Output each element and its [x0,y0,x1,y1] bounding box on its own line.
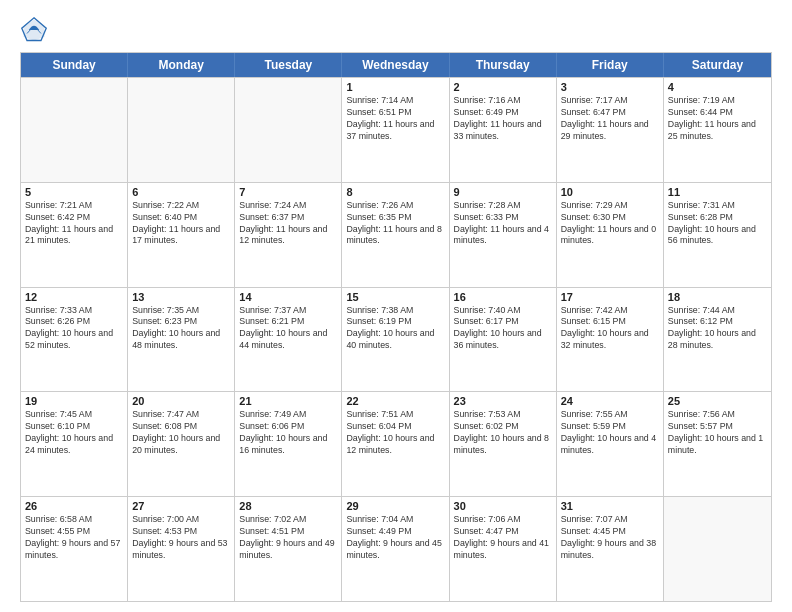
cell-info: Sunrise: 7:51 AMSunset: 6:04 PMDaylight:… [346,409,444,457]
day-number: 6 [132,186,230,198]
day-number: 5 [25,186,123,198]
calendar-cell-1-5: 10Sunrise: 7:29 AMSunset: 6:30 PMDayligh… [557,183,664,287]
day-number: 15 [346,291,444,303]
calendar-cell-2-5: 17Sunrise: 7:42 AMSunset: 6:15 PMDayligh… [557,288,664,392]
cell-info: Sunrise: 7:42 AMSunset: 6:15 PMDaylight:… [561,305,659,353]
calendar-cell-3-2: 21Sunrise: 7:49 AMSunset: 6:06 PMDayligh… [235,392,342,496]
calendar-header: SundayMondayTuesdayWednesdayThursdayFrid… [21,53,771,77]
calendar-body: 1Sunrise: 7:14 AMSunset: 6:51 PMDaylight… [21,77,771,601]
weekday-header-tuesday: Tuesday [235,53,342,77]
cell-info: Sunrise: 7:31 AMSunset: 6:28 PMDaylight:… [668,200,767,248]
calendar-cell-4-3: 29Sunrise: 7:04 AMSunset: 4:49 PMDayligh… [342,497,449,601]
cell-info: Sunrise: 7:16 AMSunset: 6:49 PMDaylight:… [454,95,552,143]
cell-info: Sunrise: 7:53 AMSunset: 6:02 PMDaylight:… [454,409,552,457]
calendar-cell-0-4: 2Sunrise: 7:16 AMSunset: 6:49 PMDaylight… [450,78,557,182]
cell-info: Sunrise: 7:29 AMSunset: 6:30 PMDaylight:… [561,200,659,248]
day-number: 11 [668,186,767,198]
weekday-header-monday: Monday [128,53,235,77]
calendar-cell-3-1: 20Sunrise: 7:47 AMSunset: 6:08 PMDayligh… [128,392,235,496]
cell-info: Sunrise: 7:17 AMSunset: 6:47 PMDaylight:… [561,95,659,143]
calendar-cell-0-5: 3Sunrise: 7:17 AMSunset: 6:47 PMDaylight… [557,78,664,182]
cell-info: Sunrise: 7:55 AMSunset: 5:59 PMDaylight:… [561,409,659,457]
cell-info: Sunrise: 7:00 AMSunset: 4:53 PMDaylight:… [132,514,230,562]
cell-info: Sunrise: 7:14 AMSunset: 6:51 PMDaylight:… [346,95,444,143]
day-number: 25 [668,395,767,407]
cell-info: Sunrise: 7:02 AMSunset: 4:51 PMDaylight:… [239,514,337,562]
weekday-header-thursday: Thursday [450,53,557,77]
day-number: 18 [668,291,767,303]
calendar-cell-0-3: 1Sunrise: 7:14 AMSunset: 6:51 PMDaylight… [342,78,449,182]
cell-info: Sunrise: 7:24 AMSunset: 6:37 PMDaylight:… [239,200,337,248]
calendar-cell-3-5: 24Sunrise: 7:55 AMSunset: 5:59 PMDayligh… [557,392,664,496]
calendar-cell-2-3: 15Sunrise: 7:38 AMSunset: 6:19 PMDayligh… [342,288,449,392]
calendar-cell-4-6 [664,497,771,601]
cell-info: Sunrise: 7:26 AMSunset: 6:35 PMDaylight:… [346,200,444,248]
cell-info: Sunrise: 7:07 AMSunset: 4:45 PMDaylight:… [561,514,659,562]
calendar-cell-0-1 [128,78,235,182]
day-number: 27 [132,500,230,512]
calendar-cell-2-4: 16Sunrise: 7:40 AMSunset: 6:17 PMDayligh… [450,288,557,392]
cell-info: Sunrise: 7:06 AMSunset: 4:47 PMDaylight:… [454,514,552,562]
day-number: 7 [239,186,337,198]
day-number: 19 [25,395,123,407]
calendar-cell-4-2: 28Sunrise: 7:02 AMSunset: 4:51 PMDayligh… [235,497,342,601]
cell-info: Sunrise: 7:44 AMSunset: 6:12 PMDaylight:… [668,305,767,353]
cell-info: Sunrise: 7:04 AMSunset: 4:49 PMDaylight:… [346,514,444,562]
day-number: 8 [346,186,444,198]
day-number: 12 [25,291,123,303]
day-number: 9 [454,186,552,198]
cell-info: Sunrise: 7:19 AMSunset: 6:44 PMDaylight:… [668,95,767,143]
calendar-cell-3-3: 22Sunrise: 7:51 AMSunset: 6:04 PMDayligh… [342,392,449,496]
calendar-row-3: 19Sunrise: 7:45 AMSunset: 6:10 PMDayligh… [21,391,771,496]
day-number: 24 [561,395,659,407]
calendar-cell-1-6: 11Sunrise: 7:31 AMSunset: 6:28 PMDayligh… [664,183,771,287]
cell-info: Sunrise: 7:37 AMSunset: 6:21 PMDaylight:… [239,305,337,353]
cell-info: Sunrise: 7:21 AMSunset: 6:42 PMDaylight:… [25,200,123,248]
page: SundayMondayTuesdayWednesdayThursdayFrid… [0,0,792,612]
day-number: 30 [454,500,552,512]
day-number: 28 [239,500,337,512]
day-number: 16 [454,291,552,303]
calendar-cell-3-6: 25Sunrise: 7:56 AMSunset: 5:57 PMDayligh… [664,392,771,496]
calendar-cell-1-4: 9Sunrise: 7:28 AMSunset: 6:33 PMDaylight… [450,183,557,287]
calendar-cell-4-0: 26Sunrise: 6:58 AMSunset: 4:55 PMDayligh… [21,497,128,601]
calendar-cell-2-0: 12Sunrise: 7:33 AMSunset: 6:26 PMDayligh… [21,288,128,392]
calendar-cell-0-6: 4Sunrise: 7:19 AMSunset: 6:44 PMDaylight… [664,78,771,182]
day-number: 2 [454,81,552,93]
day-number: 3 [561,81,659,93]
weekday-header-saturday: Saturday [664,53,771,77]
calendar-cell-3-4: 23Sunrise: 7:53 AMSunset: 6:02 PMDayligh… [450,392,557,496]
cell-info: Sunrise: 7:35 AMSunset: 6:23 PMDaylight:… [132,305,230,353]
header [20,16,772,44]
day-number: 14 [239,291,337,303]
calendar-cell-2-1: 13Sunrise: 7:35 AMSunset: 6:23 PMDayligh… [128,288,235,392]
weekday-header-friday: Friday [557,53,664,77]
cell-info: Sunrise: 7:49 AMSunset: 6:06 PMDaylight:… [239,409,337,457]
calendar-cell-0-0 [21,78,128,182]
cell-info: Sunrise: 6:58 AMSunset: 4:55 PMDaylight:… [25,514,123,562]
day-number: 20 [132,395,230,407]
day-number: 10 [561,186,659,198]
day-number: 22 [346,395,444,407]
cell-info: Sunrise: 7:33 AMSunset: 6:26 PMDaylight:… [25,305,123,353]
cell-info: Sunrise: 7:56 AMSunset: 5:57 PMDaylight:… [668,409,767,457]
calendar-cell-4-1: 27Sunrise: 7:00 AMSunset: 4:53 PMDayligh… [128,497,235,601]
calendar-cell-2-2: 14Sunrise: 7:37 AMSunset: 6:21 PMDayligh… [235,288,342,392]
calendar-cell-3-0: 19Sunrise: 7:45 AMSunset: 6:10 PMDayligh… [21,392,128,496]
calendar-row-4: 26Sunrise: 6:58 AMSunset: 4:55 PMDayligh… [21,496,771,601]
cell-info: Sunrise: 7:40 AMSunset: 6:17 PMDaylight:… [454,305,552,353]
cell-info: Sunrise: 7:47 AMSunset: 6:08 PMDaylight:… [132,409,230,457]
weekday-header-wednesday: Wednesday [342,53,449,77]
calendar-cell-1-1: 6Sunrise: 7:22 AMSunset: 6:40 PMDaylight… [128,183,235,287]
calendar-cell-2-6: 18Sunrise: 7:44 AMSunset: 6:12 PMDayligh… [664,288,771,392]
calendar-row-1: 5Sunrise: 7:21 AMSunset: 6:42 PMDaylight… [21,182,771,287]
day-number: 23 [454,395,552,407]
calendar-row-0: 1Sunrise: 7:14 AMSunset: 6:51 PMDaylight… [21,77,771,182]
logo-icon [20,16,48,44]
cell-info: Sunrise: 7:28 AMSunset: 6:33 PMDaylight:… [454,200,552,248]
calendar-cell-4-5: 31Sunrise: 7:07 AMSunset: 4:45 PMDayligh… [557,497,664,601]
day-number: 17 [561,291,659,303]
day-number: 13 [132,291,230,303]
calendar-cell-1-3: 8Sunrise: 7:26 AMSunset: 6:35 PMDaylight… [342,183,449,287]
cell-info: Sunrise: 7:38 AMSunset: 6:19 PMDaylight:… [346,305,444,353]
